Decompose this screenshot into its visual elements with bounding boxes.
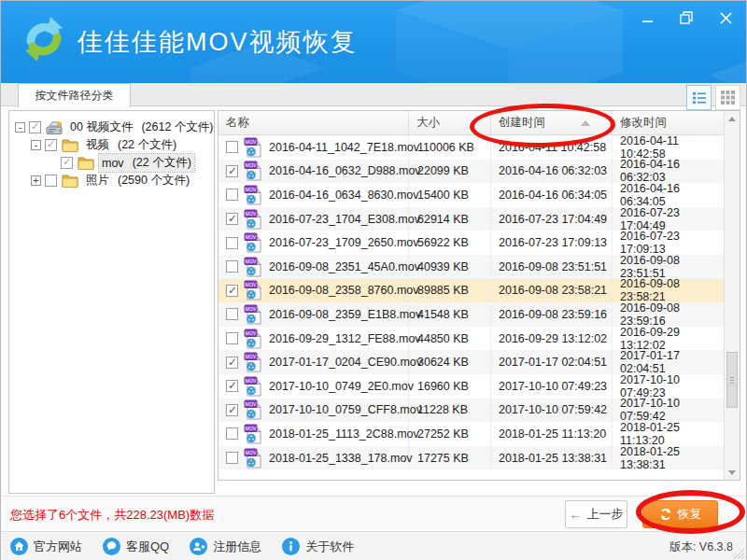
table-row[interactable]: MOV 2017-10-10_0759_CFF8.mov 11228 KB 20…: [218, 399, 724, 423]
file-size: 110006 KB: [409, 135, 491, 160]
scroll-up-button[interactable]: [725, 111, 740, 126]
triangle-up-icon: [728, 117, 736, 121]
table-row[interactable]: MOV 2018-01-25_1113_2C88.mov 27252 KB 20…: [218, 422, 724, 446]
folder-tree-panel: 00 视频文件 (2612 个文件) 视频 (22 个文件) mov (22 个…: [8, 110, 215, 494]
mov-file-icon: MOV: [244, 137, 263, 158]
row-checkbox[interactable]: [226, 141, 238, 153]
folder-icon: [62, 138, 79, 153]
selection-status-text: 您选择了6个文件，共228.23(MB)数据: [10, 507, 214, 524]
svg-text:MOV: MOV: [246, 306, 257, 312]
row-checkbox[interactable]: [226, 332, 238, 344]
tree-item-count: (22 个文件): [133, 155, 191, 171]
row-checkbox[interactable]: [226, 285, 238, 297]
table-row[interactable]: MOV 2016-09-29_1312_FE88.mov 44850 KB 20…: [218, 327, 724, 351]
table-row[interactable]: MOV 2016-09-08_2359_E1B8.mov 41548 KB 20…: [218, 302, 724, 327]
recover-button[interactable]: 恢复: [642, 500, 718, 528]
row-checkbox[interactable]: [226, 357, 238, 369]
tree-item-视频[interactable]: 视频 (22 个文件): [9, 136, 214, 154]
scrollbar-thumb[interactable]: [726, 352, 738, 408]
file-modified-time: 2016-07-23 17:04:49: [613, 207, 724, 231]
file-size: 30624 KB: [409, 350, 491, 374]
mov-file-icon: MOV: [244, 352, 263, 372]
row-checkbox[interactable]: [226, 237, 238, 249]
file-created-time: 2018-01-25 13:38:31: [491, 446, 613, 470]
home-icon: [10, 538, 28, 555]
table-header-row: 名称 大小 创建时间 修改时间: [218, 111, 740, 135]
tree-checkbox[interactable]: [45, 175, 57, 187]
footer-link-home[interactable]: 官方网站: [10, 538, 82, 555]
tree-item-照片[interactable]: 照片 (2590 个文件): [9, 172, 214, 189]
row-checkbox[interactable]: [226, 260, 238, 273]
file-name: 2016-09-29_1312_FE88.mov: [269, 332, 421, 345]
svg-text:MOV: MOV: [246, 354, 257, 359]
file-name: 2016-07-23_1704_E308.mov: [269, 213, 420, 226]
file-modified-time: 2016-07-23 17:09:13: [613, 231, 724, 255]
row-checkbox[interactable]: [226, 165, 238, 177]
svg-text:MOV: MOV: [246, 162, 257, 168]
scroll-down-button[interactable]: [725, 465, 740, 480]
table-row[interactable]: MOV 2016-09-08_2351_45A0.mov 40939 KB 20…: [218, 255, 724, 279]
app-window: 佳佳佳能MOV视频恢复 按文件路径分类: [0, 0, 747, 560]
table-row[interactable]: MOV 2016-04-11_1042_7E18.mov 110006 KB 2…: [218, 135, 724, 160]
column-header-created-time[interactable]: 创建时间: [491, 111, 613, 134]
svg-text:MOV: MOV: [246, 139, 257, 145]
table-row[interactable]: MOV 2016-04-16_0632_D988.mov 22099 KB 20…: [218, 160, 724, 184]
svg-text:MOV: MOV: [246, 378, 257, 384]
file-modified-time: 2017-01-17 02:04:51: [613, 350, 724, 374]
tree-checkbox[interactable]: [45, 139, 57, 151]
grid-view-button[interactable]: [715, 85, 740, 110]
footer-link-chat[interactable]: 客服QQ: [103, 538, 169, 555]
table-row[interactable]: MOV 2017-10-10_0749_2E0.mov 16960 KB 201…: [218, 374, 724, 399]
row-checkbox[interactable]: [226, 452, 238, 464]
tree-item-mov[interactable]: mov (22 个文件): [9, 154, 214, 172]
file-modified-time: 2016-09-08 23:51:51: [613, 255, 724, 279]
close-button[interactable]: [712, 7, 739, 29]
tree-item-00-视频文件[interactable]: 00 视频文件 (2612 个文件): [9, 119, 214, 136]
row-checkbox[interactable]: [226, 380, 238, 392]
row-checkbox[interactable]: [226, 189, 238, 201]
tree-checkbox[interactable]: [61, 157, 73, 169]
file-modified-time: 2017-10-10 07:59:42: [613, 399, 724, 423]
tab-classify-by-path[interactable]: 按文件路径分类: [18, 83, 131, 107]
file-size: 15400 KB: [409, 183, 491, 207]
back-button[interactable]: ← 上一步: [565, 500, 627, 528]
version-label: 版本: V6.3.8: [669, 539, 733, 555]
table-row[interactable]: MOV 2016-09-08_2358_8760.mov 89885 KB 20…: [218, 279, 724, 303]
drive-icon: [46, 120, 63, 135]
tree-item-label: 视频: [86, 137, 109, 153]
table-row[interactable]: MOV 2016-07-23_1709_2650.mov 56922 KB 20…: [218, 231, 724, 255]
resize-grip[interactable]: [734, 549, 744, 559]
row-checkbox[interactable]: [226, 404, 238, 416]
row-checkbox[interactable]: [226, 427, 238, 440]
table-row[interactable]: MOV 2018-01-25_1338_178.mov 17275 KB 201…: [218, 446, 724, 470]
svg-text:MOV: MOV: [246, 234, 257, 240]
tree-expander-icon[interactable]: [31, 140, 41, 150]
footer-link-info[interactable]: 关于软件: [282, 538, 354, 555]
table-row[interactable]: MOV 2017-01-17_0204_CE90.mov 30624 KB 20…: [218, 350, 724, 374]
file-name: 2016-07-23_1709_2650.mov: [269, 236, 419, 249]
column-header-modified-time[interactable]: 修改时间: [613, 111, 740, 134]
table-row[interactable]: MOV 2016-07-23_1704_E308.mov 62914 KB 20…: [218, 207, 724, 231]
column-header-size[interactable]: 大小: [409, 111, 491, 134]
file-name: 2016-04-16_0632_D988.mov: [269, 164, 421, 177]
list-view-button[interactable]: [686, 85, 712, 110]
column-header-name[interactable]: 名称: [218, 111, 409, 134]
mov-file-icon: MOV: [244, 329, 263, 349]
sort-ascending-icon: [581, 120, 590, 126]
tree-checkbox[interactable]: [29, 121, 41, 133]
file-created-time: 2016-09-08 23:58:21: [491, 279, 613, 303]
file-name: 2016-04-16_0634_8630.mov: [269, 189, 419, 202]
footer-link-user[interactable]: 注册信息: [190, 538, 261, 555]
table-body: MOV 2016-04-11_1042_7E18.mov 110006 KB 2…: [218, 135, 724, 480]
tree-expander-icon[interactable]: [31, 175, 41, 186]
file-modified-time: 2016-09-08 23:59:16: [613, 302, 724, 327]
tree-expander-icon[interactable]: [15, 122, 25, 133]
mov-file-icon: MOV: [244, 209, 263, 230]
table-row[interactable]: MOV 2016-04-16_0634_8630.mov 15400 KB 20…: [218, 183, 724, 207]
row-checkbox[interactable]: [226, 213, 238, 225]
file-size: 62914 KB: [409, 207, 491, 231]
restore-button[interactable]: [673, 7, 699, 29]
row-checkbox[interactable]: [226, 308, 238, 320]
minimize-button[interactable]: [634, 7, 660, 29]
vertical-scrollbar[interactable]: [724, 111, 740, 480]
